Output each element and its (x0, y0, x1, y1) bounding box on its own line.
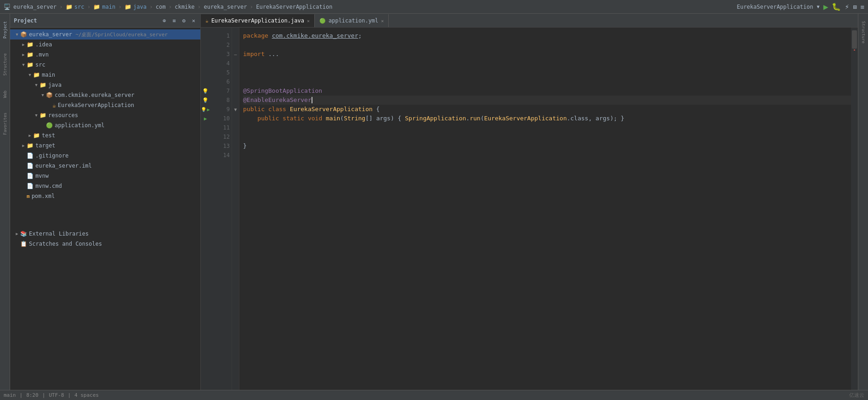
tabs-bar: ☕ EurekaServerApplication.java ✕ 🟢 appli… (201, 14, 858, 28)
target-label: target (35, 142, 55, 149)
tree-item-appyml[interactable]: 🟢 application.yml (10, 120, 200, 130)
pkg-arrow-icon: ▼ (40, 93, 46, 97)
code-line-1: package com.ckmike.eureka_server; (243, 31, 851, 40)
main-layout: Project Structure Web Favorites Project … (0, 14, 868, 400)
java-arrow-icon: ▼ (33, 83, 40, 87)
tab-appyml-close[interactable]: ✕ (381, 18, 384, 23)
watermark-text: 亿速云 (849, 392, 864, 399)
tab-eureka-label: EurekaServerApplication.java (211, 17, 304, 24)
main-arrow-icon: ▼ (27, 73, 33, 77)
main-label: main (42, 72, 55, 78)
tree-item-resources[interactable]: ▼ 📁 resources (10, 110, 200, 120)
run-config-label[interactable]: EurekaServerApplication (737, 4, 813, 10)
layout-button[interactable]: ⊞ (853, 3, 857, 11)
gutter-9[interactable]: 💡 ▶ (201, 105, 210, 114)
gutter-9-run-icon[interactable]: ▶ (207, 107, 210, 112)
run-button[interactable]: ▶ (823, 2, 828, 11)
code-line-13: } (243, 141, 851, 151)
gitignore-icon: 📄 (27, 152, 34, 159)
gutter-2 (201, 40, 210, 50)
settings-button[interactable]: ≡ (861, 3, 864, 11)
mvn-arrow-icon: ▶ (20, 52, 27, 57)
breadcrumb-eureka-server[interactable]: eureka_server (204, 4, 247, 10)
tree-item-gitignore[interactable]: 📄 .gitignore (10, 151, 200, 161)
pkg-label: com.ckmike.eureka_server (55, 92, 134, 98)
tree-item-idea[interactable]: ▶ 📁 .idea (10, 39, 200, 50)
project-panel-title[interactable]: Project (14, 17, 37, 24)
tree-item-scratches[interactable]: 📋 Scratches and Consoles (10, 239, 200, 249)
status-indent[interactable]: 4 spaces (74, 392, 99, 398)
collapse-class[interactable]: ▼ (232, 105, 239, 114)
left-panel-favorites-tab[interactable]: Favorites (3, 111, 7, 137)
tree-item-ext-libraries[interactable]: ▶ 📚 External Libraries (10, 229, 200, 239)
idea-label: .idea (35, 41, 52, 48)
text-cursor (312, 97, 312, 103)
right-strip: Structure (858, 14, 868, 400)
gutter-14 (201, 151, 210, 160)
pkg-folder-icon: 📦 (46, 92, 53, 98)
left-panel-structure-tab[interactable]: Structure (3, 51, 7, 78)
gutter-7-lamp[interactable]: 💡 (201, 86, 210, 96)
toolbar-settings-btn[interactable]: ⚙ (181, 17, 187, 24)
debug-button[interactable]: 🐛 (832, 2, 841, 11)
status-line-col[interactable]: 8:20 (26, 392, 39, 398)
tree-item-src[interactable]: ▼ 📁 src (10, 60, 200, 70)
mvnwcmd-label: mvnw.cmd (35, 183, 62, 189)
tree-item-java[interactable]: ▼ 📁 java (10, 80, 200, 90)
tree-item-package[interactable]: ▼ 📦 com.ckmike.eureka_server (10, 90, 200, 100)
test-label: test (42, 132, 55, 139)
gutter-6 (201, 77, 210, 86)
breadcrumb-class[interactable]: EurekaServerApplication (256, 4, 332, 10)
tree-item-mvnwcmd[interactable]: 📄 mvnw.cmd (10, 181, 200, 191)
tree-item-eureka-app[interactable]: ☕ EurekaServerApplication (10, 100, 200, 110)
tree-item-main[interactable]: ▼ 📁 main (10, 70, 200, 80)
breadcrumb-main[interactable]: 📁 main (93, 4, 115, 10)
tab-eureka-java[interactable]: ☕ EurekaServerApplication.java ✕ (201, 14, 315, 27)
tab-yml-icon: 🟢 (319, 18, 326, 24)
toolbar-locate-btn[interactable]: ⊕ (161, 17, 167, 24)
breadcrumb-src[interactable]: 📁 src (66, 4, 85, 10)
tree-item-iml[interactable]: 📄 eureka_server.iml (10, 161, 200, 171)
tree-item-mvnw[interactable]: 📄 mvnw (10, 171, 200, 181)
right-panel-structure-tab[interactable]: Structure (861, 19, 866, 45)
dropdown-arrow-icon[interactable]: ▼ (817, 4, 820, 9)
breadcrumb-java[interactable]: 📁 java (125, 4, 147, 10)
root-arrow-icon: ▼ (14, 32, 20, 37)
tree-item-target[interactable]: ▶ 📁 target (10, 141, 200, 151)
profile-button[interactable]: ⚡ (845, 2, 849, 11)
left-panel-web-tab[interactable]: Web (3, 89, 7, 100)
scrollbar-thumb[interactable] (852, 30, 857, 49)
right-scrollbar[interactable] (851, 28, 858, 400)
project-name[interactable]: eureka_server (13, 4, 57, 10)
src-arrow-icon: ▼ (20, 62, 27, 67)
tree-item-mvn[interactable]: ▶ 📁 .mvn (10, 50, 200, 60)
gutter-8-lamp[interactable]: 💡 (201, 96, 210, 105)
code-line-11 (243, 123, 851, 132)
collapse-import[interactable]: — (232, 50, 239, 59)
code-line-8: @EnableEurekaServer (243, 96, 851, 105)
gutter-9-lamp-icon: 💡 (201, 107, 206, 112)
left-panel-project-tab[interactable]: Project (3, 19, 7, 40)
title-bar: 🖥️ eureka_server › 📁 src › 📁 main › 📁 ja… (0, 0, 868, 14)
toolbar-collapse-btn[interactable]: ≡ (171, 17, 177, 24)
iml-label: eureka_server.iml (35, 163, 92, 169)
gutter-left: 💡 💡 💡 ▶ ▶ (201, 28, 210, 400)
iml-icon: 📄 (27, 163, 34, 169)
breadcrumb-com[interactable]: com (156, 4, 166, 10)
gutter-10-run[interactable]: ▶ (201, 114, 210, 123)
title-bar-left: 🖥️ eureka_server › 📁 src › 📁 main › 📁 ja… (4, 3, 733, 10)
tab-appyml[interactable]: 🟢 application.yml ✕ (315, 14, 389, 27)
gutter-4 (201, 59, 210, 68)
root-label[interactable]: eureka_server ~/桌面/SprinCloud/eureka_ser… (29, 31, 168, 38)
status-encoding[interactable]: UTF-8 (49, 392, 64, 398)
tree-item-pom[interactable]: m pom.xml (10, 191, 200, 201)
code-editor[interactable]: 💡 💡 💡 ▶ ▶ 1 2 3 4 (201, 28, 858, 400)
tree-item-test[interactable]: ▶ 📁 test (10, 130, 200, 141)
breadcrumb-ckmike[interactable]: ckmike (175, 4, 194, 10)
gutter-1 (201, 31, 210, 40)
tab-eureka-close[interactable]: ✕ (307, 18, 310, 23)
tree-root[interactable]: ▼ 📦 eureka_server ~/桌面/SprinCloud/eureka… (10, 29, 200, 39)
toolbar-close-btn[interactable]: ✕ (191, 17, 197, 24)
code-content[interactable]: package com.ckmike.eureka_server; import… (239, 28, 851, 400)
idea-arrow-icon: ▶ (20, 42, 27, 47)
